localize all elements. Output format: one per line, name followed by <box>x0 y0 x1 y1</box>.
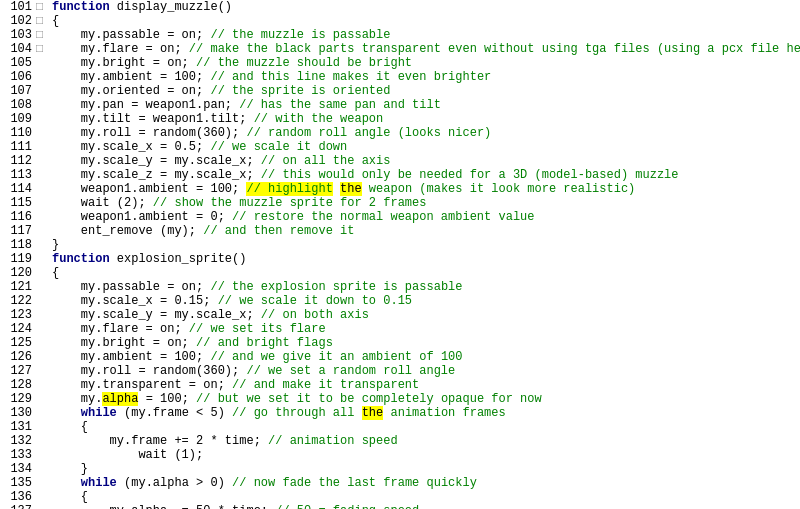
code-line: my.scale_z = my.scale_x; // this would o… <box>52 168 800 182</box>
code-line: my.ambient = 100; // and we give it an a… <box>52 350 800 364</box>
code-line: } <box>52 238 800 252</box>
line-number: 113 <box>0 168 32 182</box>
code-line: my.scale_y = my.scale_x; // on all the a… <box>52 154 800 168</box>
code-editor: 1011021031041051061071081091101111121131… <box>0 0 800 509</box>
code-line: { <box>52 266 800 280</box>
line-number: 118 <box>0 238 32 252</box>
fold-indicator[interactable]: □ <box>36 0 48 14</box>
line-number: 111 <box>0 140 32 154</box>
line-number: 128 <box>0 378 32 392</box>
line-number: 105 <box>0 56 32 70</box>
line-number: 112 <box>0 154 32 168</box>
line-number: 137 <box>0 504 32 509</box>
code-line: weapon1.ambient = 0; // restore the norm… <box>52 210 800 224</box>
code-line: my.tilt = weapon1.tilt; // with the weap… <box>52 112 800 126</box>
line-number: 123 <box>0 308 32 322</box>
code-area: function display_muzzle(){ my.passable =… <box>48 0 800 509</box>
line-number: 135 <box>0 476 32 490</box>
code-line: my.scale_x = 0.15; // we scale it down t… <box>52 294 800 308</box>
line-number: 114 <box>0 182 32 196</box>
code-line: while (my.frame < 5) // go through all t… <box>52 406 800 420</box>
line-number: 133 <box>0 448 32 462</box>
code-line: my.roll = random(360); // random roll an… <box>52 126 800 140</box>
line-number: 121 <box>0 280 32 294</box>
code-line: function explosion_sprite() <box>52 252 800 266</box>
line-number: 108 <box>0 98 32 112</box>
line-number: 129 <box>0 392 32 406</box>
line-number: 132 <box>0 434 32 448</box>
code-line: weapon1.ambient = 100; // highlight the … <box>52 182 800 196</box>
code-line: function display_muzzle() <box>52 0 800 14</box>
line-number: 130 <box>0 406 32 420</box>
code-line: wait (1); <box>52 448 800 462</box>
fold-indicator[interactable]: □ <box>36 28 48 42</box>
line-number: 115 <box>0 196 32 210</box>
code-line: my.roll = random(360); // we set a rando… <box>52 364 800 378</box>
line-number: 127 <box>0 364 32 378</box>
code-line: my.oriented = on; // the sprite is orien… <box>52 84 800 98</box>
code-line: { <box>52 490 800 504</box>
fold-indicators[interactable]: □ □ □ □ <box>36 0 48 509</box>
line-number: 109 <box>0 112 32 126</box>
line-number: 107 <box>0 84 32 98</box>
line-number: 126 <box>0 350 32 364</box>
line-number: 119 <box>0 252 32 266</box>
line-numbers: 1011021031041051061071081091101111121131… <box>0 0 36 509</box>
code-line: my.flare = on; // we set its flare <box>52 322 800 336</box>
line-number: 136 <box>0 490 32 504</box>
line-number: 122 <box>0 294 32 308</box>
line-number: 102 <box>0 14 32 28</box>
line-number: 110 <box>0 126 32 140</box>
code-line: { <box>52 420 800 434</box>
fold-indicator[interactable]: □ <box>36 42 48 56</box>
code-line: my.frame += 2 * time; // animation speed <box>52 434 800 448</box>
line-number: 120 <box>0 266 32 280</box>
code-line: my.passable = on; // the muzzle is passa… <box>52 28 800 42</box>
code-line: } <box>52 462 800 476</box>
code-line: my.transparent = on; // and make it tran… <box>52 378 800 392</box>
fold-indicator[interactable]: □ <box>36 14 48 28</box>
line-number: 124 <box>0 322 32 336</box>
code-line: my.bright = on; // and bright flags <box>52 336 800 350</box>
code-line: { <box>52 14 800 28</box>
code-line: my.pan = weapon1.pan; // has the same pa… <box>52 98 800 112</box>
line-number: 117 <box>0 224 32 238</box>
code-line: my.ambient = 100; // and this line makes… <box>52 70 800 84</box>
code-line: my.scale_x = 0.5; // we scale it down <box>52 140 800 154</box>
line-number: 131 <box>0 420 32 434</box>
code-line: my.scale_y = my.scale_x; // on both axis <box>52 308 800 322</box>
line-number: 104 <box>0 42 32 56</box>
code-line: my.flare = on; // make the black parts t… <box>52 42 800 56</box>
line-number: 101 <box>0 0 32 14</box>
code-line: my.bright = on; // the muzzle should be … <box>52 56 800 70</box>
code-line: my.passable = on; // the explosion sprit… <box>52 280 800 294</box>
code-line: while (my.alpha > 0) // now fade the las… <box>52 476 800 490</box>
line-number: 134 <box>0 462 32 476</box>
code-line: wait (2); // show the muzzle sprite for … <box>52 196 800 210</box>
line-number: 103 <box>0 28 32 42</box>
line-number: 125 <box>0 336 32 350</box>
code-line: my.alpha -= 50 * time; // 50 = fading sp… <box>52 504 800 509</box>
code-line: ent_remove (my); // and then remove it <box>52 224 800 238</box>
code-line: my.alpha = 100; // but we set it to be c… <box>52 392 800 406</box>
line-number: 106 <box>0 70 32 84</box>
line-number: 116 <box>0 210 32 224</box>
